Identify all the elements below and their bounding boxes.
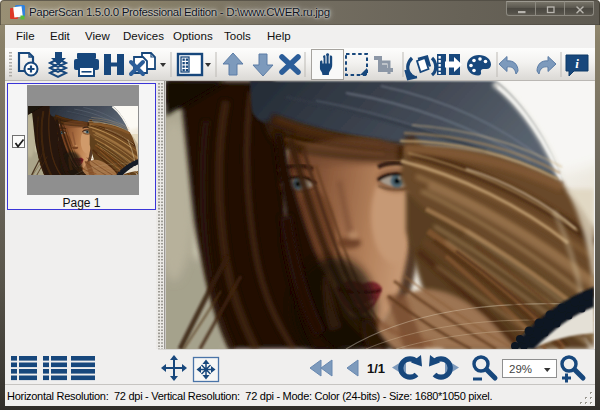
svg-text:i: i: [575, 56, 579, 71]
svg-text:1/1: 1/1: [367, 361, 385, 376]
